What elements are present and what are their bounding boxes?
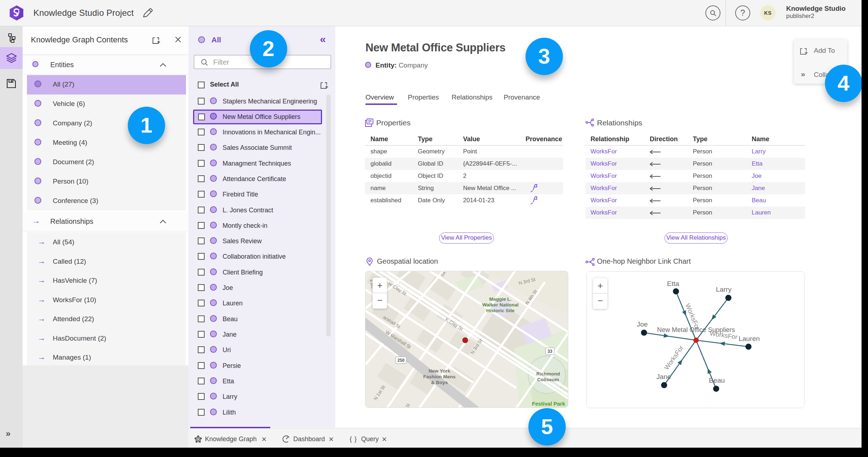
svg-text:Joe: Joe <box>637 320 648 328</box>
svg-text:& Boys: & Boys <box>431 380 448 385</box>
svg-text:Fashion Mens: Fashion Mens <box>423 374 456 379</box>
svg-text:New York: New York <box>429 368 451 374</box>
svg-text:Richmond: Richmond <box>536 371 560 377</box>
svg-text:Walker National: Walker National <box>482 302 519 308</box>
svg-text:Historic Site: Historic Site <box>486 308 515 313</box>
svg-text:250: 250 <box>397 358 405 363</box>
svg-text:33: 33 <box>547 349 552 354</box>
svg-text:Coliseum: Coliseum <box>537 377 559 382</box>
svg-text:Etta: Etta <box>667 280 679 287</box>
svg-text:Beau: Beau <box>709 377 725 384</box>
svg-text:Larry: Larry <box>716 286 732 293</box>
svg-text:Jane: Jane <box>656 373 671 380</box>
svg-text:Festival Park: Festival Park <box>532 401 565 407</box>
svg-text:Lauren: Lauren <box>738 335 760 342</box>
svg-text:Maggie L.: Maggie L. <box>489 296 512 302</box>
